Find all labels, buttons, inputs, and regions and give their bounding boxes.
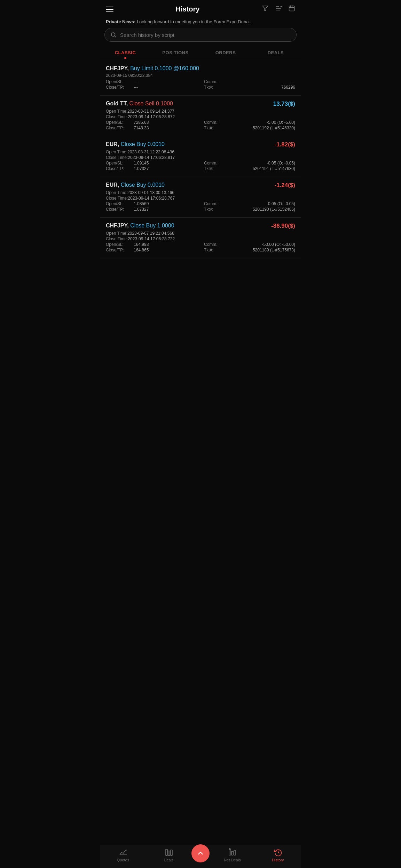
nav-deals[interactable]: $ Deals <box>146 848 191 862</box>
trade-detail-row: Open/SL: --- Comm.: --- <box>106 79 295 84</box>
page-title: History <box>176 5 200 13</box>
deals-icon: $ <box>165 848 173 857</box>
trade-detail-row: Close Time: 2023-09-14 17:06:28.872 <box>106 114 295 119</box>
search-bar[interactable] <box>104 28 297 42</box>
trade-pnl: -1.82($) <box>274 141 295 148</box>
quotes-icon <box>119 848 127 857</box>
trade-detail-row: Close/TP: 1.07327 Tkt#: 5201190 (L-#5152… <box>106 207 295 212</box>
svg-rect-12 <box>168 851 170 855</box>
trade-symbol: EUR, <box>106 182 119 188</box>
nav-center-button[interactable] <box>191 844 210 862</box>
nav-history[interactable]: History <box>255 848 301 862</box>
app-header: History <box>100 0 301 17</box>
tab-positions[interactable]: POSITIONS <box>150 47 200 59</box>
filter-icon[interactable] <box>262 5 269 14</box>
trade-symbol: CHFJPY, <box>106 223 129 228</box>
trade-action: Close Buy 0.0010 <box>121 141 165 147</box>
bottom-navigation: Quotes $ Deals $ Net Deals History <box>100 845 301 868</box>
trade-symbol: CHFJPY, <box>106 65 129 71</box>
trade-symbol: Gold TT, <box>106 101 128 106</box>
trade-detail-row: Close Time: 2023-09-14 17:06:28.722 <box>106 236 295 241</box>
nav-net-deals-label: Net Deals <box>224 858 241 862</box>
trade-list: CHFJPY, Buy Limit 0.1000 @160.000 2023-0… <box>100 61 301 258</box>
svg-marker-0 <box>263 6 268 10</box>
search-icon <box>110 32 117 38</box>
trade-timestamp: 2023-09-15 09:30:22.384 <box>106 73 295 78</box>
trade-detail-row: Close Time: 2023-09-14 17:06:28.817 <box>106 155 295 160</box>
trade-detail-row: Open Time: 2023-08-31 09:14:24.377 <box>106 109 295 114</box>
nav-quotes-label: Quotes <box>117 858 129 862</box>
trade-row: CHFJPY, Close Buy 1.0000 -86.90($) Open … <box>100 218 301 258</box>
tab-classic[interactable]: CLASSIC <box>100 47 150 59</box>
nav-history-label: History <box>272 858 284 862</box>
history-icon <box>274 848 282 857</box>
svg-rect-16 <box>231 851 233 855</box>
trade-detail-row: Close Time: 2023-09-14 17:06:28.767 <box>106 196 295 201</box>
svg-rect-15 <box>229 850 231 855</box>
trade-action: Close Buy 0.0010 <box>121 182 165 188</box>
nav-deals-label: Deals <box>164 858 173 862</box>
svg-text:$: $ <box>167 850 168 852</box>
trade-pnl: -1.24($) <box>274 182 295 189</box>
trade-pnl: 13.73($) <box>273 101 295 107</box>
nav-quotes[interactable]: Quotes <box>100 848 146 862</box>
trade-detail-row: Open Time: 2023-08-31 12:22:08.496 <box>106 150 295 154</box>
svg-rect-13 <box>171 850 172 855</box>
sort-icon[interactable] <box>275 5 282 14</box>
trade-row: EUR, Close Buy 0.0010 -1.24($) Open Time… <box>100 177 301 218</box>
search-input[interactable] <box>120 32 291 38</box>
chevron-up-icon <box>197 850 204 857</box>
svg-rect-17 <box>234 850 236 855</box>
trade-row: EUR, Close Buy 0.0010 -1.82($) Open Time… <box>100 136 301 177</box>
trade-detail-row: Open/SL: 1.09145 Comm.: -0.05 (O: -0.05) <box>106 161 295 166</box>
trade-detail-row: Close/TP: 7148.33 Tkt#: 5201192 (L-#5146… <box>106 126 295 130</box>
tab-deals[interactable]: DEALS <box>251 47 301 59</box>
trade-detail-row: Open/SL: 1.08569 Comm.: -0.05 (O: -0.05) <box>106 201 295 206</box>
trade-row: Gold TT, Close Sell 0.1000 13.73($) Open… <box>100 96 301 136</box>
trade-detail-row: Open Time: 2023-09-01 13:30:13.466 <box>106 190 295 195</box>
trade-action: Buy Limit 0.1000 @160.000 <box>130 65 199 71</box>
nav-net-deals[interactable]: $ Net Deals <box>210 848 255 862</box>
trade-detail-row: Open/SL: 164.993 Comm.: -50.00 (O: -50.0… <box>106 242 295 247</box>
calendar-icon[interactable] <box>288 5 295 14</box>
trade-action: Close Buy 1.0000 <box>130 223 174 228</box>
trade-detail-row: Open/SL: 7285.63 Comm.: -5.00 (O: -5.00) <box>106 120 295 125</box>
trade-action: Close Sell 0.1000 <box>129 101 173 106</box>
tab-bar: CLASSIC POSITIONS ORDERS DEALS <box>100 47 301 59</box>
trade-pnl: -86.90($) <box>271 223 295 230</box>
svg-point-8 <box>111 33 115 37</box>
tab-orders[interactable]: ORDERS <box>200 47 251 59</box>
svg-line-9 <box>115 36 116 37</box>
trade-detail-row: Close/TP: 1.07327 Tkt#: 5201191 (L-#5147… <box>106 166 295 171</box>
trade-detail-row: Close/TP: --- Tkt#: 766296 <box>106 85 295 90</box>
trade-row: CHFJPY, Buy Limit 0.1000 @160.000 2023-0… <box>100 61 301 96</box>
trade-detail-row: Close/TP: 164.865 Tkt#: 5201189 (L-#5175… <box>106 248 295 252</box>
header-actions <box>262 5 295 14</box>
svg-rect-4 <box>289 6 294 11</box>
menu-button[interactable] <box>106 7 113 12</box>
news-ticker: Private News: Looking forward to meeting… <box>100 17 301 28</box>
net-deals-icon: $ <box>228 848 237 857</box>
trade-symbol: EUR, <box>106 141 119 147</box>
trade-detail-row: Open Time: 2023-09-07 19:21:04.568 <box>106 231 295 236</box>
